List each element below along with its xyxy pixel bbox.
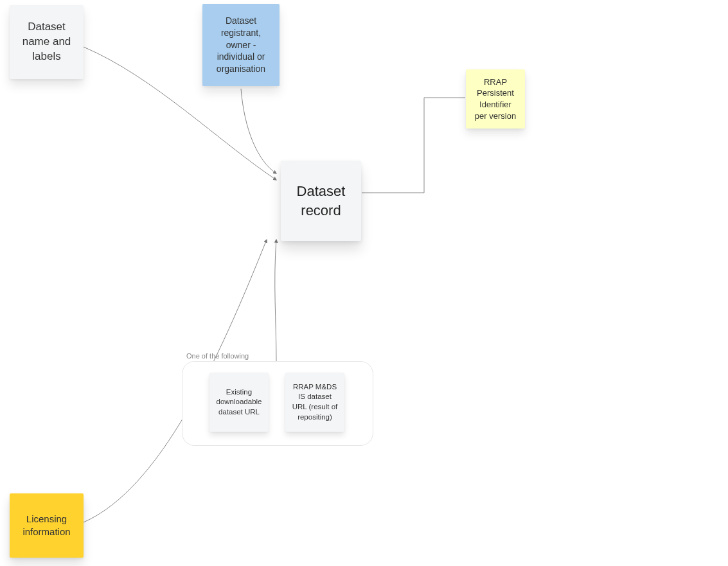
- node-rrap-pid: RRAP Persistent Identifier per version: [466, 69, 525, 128]
- group-one-of-label: One of the following: [186, 352, 249, 360]
- node-licensing-label: Licensing information: [16, 513, 77, 539]
- node-dataset-record: Dataset record: [281, 161, 361, 241]
- node-rrap-pid-label: RRAP Persistent Identifier per version: [472, 76, 519, 121]
- group-one-of-label-text: One of the following: [186, 352, 249, 360]
- connectors-layer: [0, 0, 728, 566]
- node-option-rrap-url: RRAP M&DS IS dataset URL (result of repo…: [285, 373, 344, 432]
- node-option-rrap-url-label: RRAP M&DS IS dataset URL (result of repo…: [292, 382, 338, 422]
- node-dataset-name: Dataset name and labels: [10, 5, 84, 79]
- node-dataset-registrant-label: Dataset registrant, owner - individual o…: [209, 15, 273, 75]
- node-option-existing-url-label: Existing downloadable dataset URL: [216, 387, 262, 418]
- node-dataset-registrant: Dataset registrant, owner - individual o…: [202, 4, 280, 86]
- node-option-existing-url: Existing downloadable dataset URL: [209, 373, 269, 432]
- node-licensing: Licensing information: [10, 493, 84, 558]
- diagram-canvas: Dataset name and labels Dataset registra…: [0, 0, 728, 566]
- node-dataset-record-label: Dataset record: [287, 182, 355, 220]
- node-dataset-name-label: Dataset name and labels: [16, 20, 77, 64]
